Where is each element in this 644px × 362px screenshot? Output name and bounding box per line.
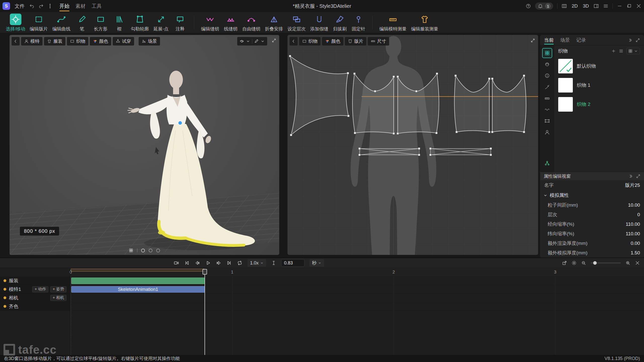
track-add-button[interactable]: + 动作 [32, 286, 48, 292]
undo-icon[interactable] [29, 3, 35, 9]
zoom-in-icon[interactable] [625, 260, 630, 265]
tool-edit-curve[interactable]: 编辑曲线 [50, 14, 73, 32]
tab-fabric[interactable]: 织物 [67, 37, 88, 46]
fabric-grid-icon[interactable] [542, 48, 552, 58]
tool-line-sewing[interactable]: 线缝纫 [221, 14, 240, 32]
play-button[interactable] [205, 260, 211, 266]
tool-free-sewing[interactable]: 自由缝纫 [240, 14, 263, 32]
pattern-piece-flared-panel[interactable] [290, 56, 348, 135]
zoom-slider-knob[interactable] [593, 261, 597, 265]
active-range-bar[interactable] [71, 269, 205, 272]
menu-tab-tools[interactable]: 工具 [89, 0, 105, 12]
viewport-3d-expand-icon[interactable] [272, 38, 276, 43]
list-view-icon[interactable] [619, 49, 623, 53]
minimize-button[interactable] [617, 3, 622, 9]
tab-color[interactable]: 颜色 [322, 37, 343, 46]
viewport-3d[interactable]: 模特服装织物颜色试穿场景 800 * 600 px [10, 35, 279, 255]
view-circle-1[interactable] [141, 249, 145, 252]
track-label-colorway[interactable]: 齐色 [0, 302, 70, 311]
burger-menu-icon[interactable] [603, 3, 609, 9]
tool-press-brush[interactable]: 归拔刷 [331, 14, 349, 32]
chevron-down-icon[interactable] [246, 39, 250, 43]
restore-button[interactable] [626, 3, 632, 9]
property-value[interactable]: 110.00 [626, 221, 640, 227]
track-row-camera[interactable] [70, 294, 644, 302]
view-circle-2[interactable] [149, 249, 152, 252]
tool-edit-model-measure[interactable]: 编辑模特测量 [377, 14, 409, 32]
close-timeline-icon[interactable] [635, 260, 640, 265]
pattern-piece-back-left[interactable] [454, 76, 489, 132]
multi-view-icon[interactable] [129, 248, 133, 253]
tab-garment[interactable]: 服装 [44, 37, 65, 46]
tool-edit-garment-measure[interactable]: 编辑服装测量 [409, 14, 440, 32]
back-chevron-icon[interactable] [290, 37, 298, 46]
property-value[interactable]: 110.00 [626, 231, 640, 237]
tool-set-layer[interactable]: 设定层次 [285, 14, 308, 32]
stitch-icon[interactable] [542, 105, 552, 115]
pattern-piece-back-right[interactable] [492, 76, 526, 132]
property-value[interactable]: 0 [637, 212, 640, 217]
select-box-icon[interactable] [542, 116, 552, 126]
skeleton-animation-clip[interactable]: SkeletonAnimation1 [71, 286, 205, 293]
tab-fabric[interactable]: 织物 [299, 37, 320, 46]
track-label-camera[interactable]: 相机+ 相机 [0, 294, 70, 302]
mode-3d-button[interactable]: 3D [582, 3, 589, 9]
app-logo-icon[interactable]: S [3, 2, 10, 10]
time-unit-select[interactable]: 秒 [309, 259, 324, 267]
timeline-zoom-slider[interactable] [591, 262, 621, 263]
expand-panel-icon[interactable] [636, 174, 640, 178]
expand-panel-icon[interactable] [635, 38, 640, 42]
simulation-section-header[interactable]: 模拟属性 [540, 190, 644, 200]
keyframe-ibeam-icon[interactable] [271, 260, 276, 265]
tab-scene[interactable]: 场景 [139, 37, 160, 46]
fabric-row[interactable]: 织物 1 [554, 76, 644, 95]
info-icon[interactable] [542, 71, 552, 81]
playhead-line[interactable] [205, 275, 205, 355]
track-label-model1[interactable]: 模特1+ 动作+ 姿势 [0, 285, 70, 294]
menu-file[interactable]: 文件 [14, 3, 26, 10]
more-menu-icon[interactable] [47, 3, 53, 9]
tab-model[interactable]: 模特 [21, 37, 43, 46]
back-chevron-icon[interactable] [12, 37, 20, 46]
close-button[interactable] [636, 3, 641, 9]
record-button[interactable] [174, 260, 179, 266]
tab-tryon[interactable]: 试穿 [113, 37, 134, 46]
waist-gizmo-point[interactable] [178, 121, 182, 125]
tool-edit-sewing[interactable]: 编辑缝纫 [199, 14, 221, 32]
property-value[interactable]: 0.00 [631, 241, 640, 246]
tool-trace-outline[interactable]: 勾勒轮廓 [129, 14, 151, 32]
tool-select-move[interactable]: 选择/移动 [4, 14, 27, 32]
playhead-handle[interactable] [203, 269, 207, 275]
timeline-body[interactable]: 服装模特1+ 动作+ 姿势相机+ 相机齐色 0123SkeletonAnimat… [0, 268, 644, 355]
tab-size[interactable]: 尺寸 [368, 37, 389, 46]
menu-tab-start[interactable]: 开始 [56, 0, 72, 12]
frame-next-button[interactable] [216, 260, 221, 266]
right-panel-tab-scene[interactable]: 场景 [560, 35, 570, 46]
style-pen-icon[interactable] [254, 39, 259, 43]
track-add-button[interactable]: + 相机 [50, 295, 66, 301]
tool-rectangle[interactable]: 长方形 [91, 14, 110, 32]
name-value[interactable]: 版片25 [625, 182, 640, 189]
settings-gear-icon[interactable] [572, 260, 577, 265]
notification-bell[interactable]: 1 [535, 3, 553, 10]
right-panel-tab-current[interactable]: 当前 [544, 35, 554, 46]
add-fabric-icon[interactable] [611, 49, 616, 53]
right-panel-tab-history[interactable]: 记录 [576, 35, 586, 46]
speed-select[interactable]: 1.0x [248, 259, 266, 267]
time-input[interactable] [281, 259, 304, 267]
menu-tab-material[interactable]: 素材 [72, 0, 89, 12]
mode-2d-button[interactable]: 2D [571, 3, 578, 9]
frame-prev-button[interactable] [195, 260, 200, 266]
collapse-panel-icon[interactable] [628, 174, 633, 178]
property-value[interactable]: 10.00 [628, 202, 640, 208]
colorway-nodes-icon[interactable] [542, 158, 552, 168]
avatar-icon[interactable] [542, 127, 552, 137]
tool-note[interactable]: 注释 [171, 14, 189, 32]
orbit-mode-icon[interactable] [239, 39, 244, 43]
property-value[interactable]: 1.50 [631, 250, 640, 256]
track-label-garment[interactable]: 服装 [0, 277, 70, 285]
tool-extend-point[interactable]: 延展-点 [151, 14, 171, 32]
fabric-row[interactable]: 默认织物 [554, 57, 644, 76]
measure-icon[interactable] [542, 93, 552, 103]
material-ball-icon[interactable] [542, 59, 552, 69]
